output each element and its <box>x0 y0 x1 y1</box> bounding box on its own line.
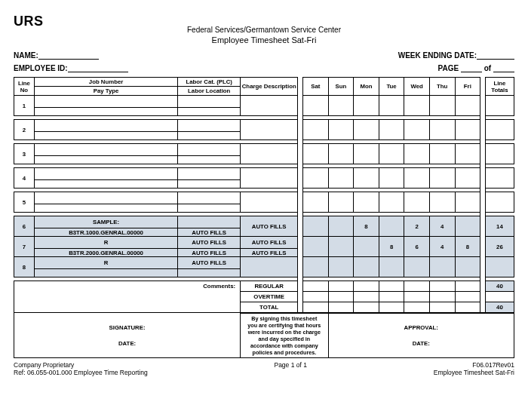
cell[interactable] <box>455 96 480 116</box>
cell[interactable] <box>34 192 177 204</box>
cell[interactable] <box>34 180 177 189</box>
cell[interactable] <box>178 168 241 180</box>
cell[interactable] <box>178 180 241 189</box>
name-field[interactable] <box>38 52 99 60</box>
cell[interactable] <box>328 120 354 140</box>
cell[interactable] <box>404 192 430 213</box>
cell[interactable] <box>241 120 298 140</box>
cell[interactable] <box>178 120 241 132</box>
cell[interactable] <box>34 144 177 156</box>
cell[interactable] <box>429 292 455 302</box>
page-total-field[interactable] <box>493 65 514 72</box>
cell[interactable] <box>34 120 177 132</box>
cell[interactable] <box>429 96 455 116</box>
employee-id-field[interactable] <box>68 65 128 72</box>
cell[interactable] <box>455 281 480 292</box>
cell[interactable] <box>354 281 379 292</box>
cell[interactable] <box>328 192 354 213</box>
cell[interactable] <box>178 204 241 213</box>
cell <box>34 269 177 277</box>
cell[interactable] <box>178 192 241 204</box>
cell[interactable] <box>455 192 480 213</box>
cell[interactable] <box>302 168 328 189</box>
cell[interactable] <box>328 281 354 292</box>
cell[interactable] <box>404 302 430 313</box>
cell[interactable] <box>302 96 328 116</box>
cell[interactable] <box>328 302 354 313</box>
cell[interactable] <box>455 292 480 302</box>
cell[interactable] <box>241 144 298 164</box>
cell[interactable] <box>404 96 430 116</box>
cell[interactable] <box>379 144 404 164</box>
cell[interactable] <box>34 204 177 213</box>
cell[interactable] <box>328 292 354 302</box>
cell[interactable] <box>455 144 480 164</box>
col-labor-cat: Labor Cat. (PLC) <box>178 78 241 87</box>
cell[interactable] <box>429 120 455 140</box>
footer: Company Proprietary Ref: 06.055-001.000 … <box>14 361 514 376</box>
cell[interactable] <box>328 144 354 164</box>
cell[interactable] <box>34 156 177 164</box>
cell[interactable] <box>404 292 430 302</box>
cell[interactable] <box>379 96 404 116</box>
cell[interactable] <box>429 168 455 189</box>
cell[interactable] <box>328 168 354 189</box>
cell[interactable] <box>34 132 177 140</box>
cell[interactable] <box>178 108 241 116</box>
cell[interactable] <box>404 120 430 140</box>
cell[interactable] <box>379 281 404 292</box>
cell[interactable] <box>429 144 455 164</box>
cell[interactable] <box>354 168 379 189</box>
cell[interactable] <box>485 144 514 164</box>
cell[interactable] <box>485 192 514 213</box>
cell[interactable] <box>241 168 298 189</box>
cell[interactable] <box>354 144 379 164</box>
cell[interactable] <box>354 292 379 302</box>
cell[interactable] <box>404 168 430 189</box>
cell[interactable] <box>302 120 328 140</box>
cell[interactable] <box>429 192 455 213</box>
signature-block[interactable]: SIGNATURE: DATE: <box>14 313 241 358</box>
cell[interactable] <box>354 192 379 213</box>
cell[interactable] <box>34 168 177 180</box>
cell[interactable] <box>354 302 379 313</box>
cell[interactable] <box>455 168 480 189</box>
cell[interactable] <box>485 120 514 140</box>
cell <box>302 216 328 237</box>
cell[interactable] <box>241 192 298 213</box>
cell[interactable] <box>354 120 379 140</box>
cell[interactable] <box>302 144 328 164</box>
cell[interactable] <box>379 120 404 140</box>
cell[interactable] <box>404 281 430 292</box>
cell[interactable] <box>302 292 328 302</box>
cell[interactable] <box>178 156 241 164</box>
cell[interactable] <box>302 302 328 313</box>
week-ending-field[interactable] <box>477 52 514 60</box>
regular-label: REGULAR <box>241 281 298 292</box>
cell[interactable] <box>379 302 404 313</box>
cell[interactable] <box>328 96 354 116</box>
cell[interactable] <box>34 96 177 108</box>
cell[interactable] <box>485 168 514 189</box>
cell[interactable] <box>354 96 379 116</box>
cell[interactable] <box>379 292 404 302</box>
cell[interactable] <box>302 281 328 292</box>
cell[interactable] <box>178 96 241 108</box>
cell[interactable] <box>379 168 404 189</box>
cell[interactable] <box>379 192 404 213</box>
cell[interactable] <box>429 281 455 292</box>
cell[interactable] <box>404 144 430 164</box>
cell[interactable] <box>485 96 514 116</box>
cell[interactable] <box>178 132 241 140</box>
cell[interactable] <box>429 302 455 313</box>
approval-block[interactable]: APPROVAL: DATE: <box>328 313 514 358</box>
cell[interactable] <box>302 192 328 213</box>
cell[interactable] <box>455 120 480 140</box>
overtime-total[interactable] <box>485 292 514 302</box>
cell[interactable] <box>241 96 298 116</box>
cell <box>404 257 430 277</box>
cell[interactable] <box>34 108 177 116</box>
page-num-field[interactable] <box>461 65 482 72</box>
cell[interactable] <box>178 144 241 156</box>
cell[interactable] <box>455 302 480 313</box>
